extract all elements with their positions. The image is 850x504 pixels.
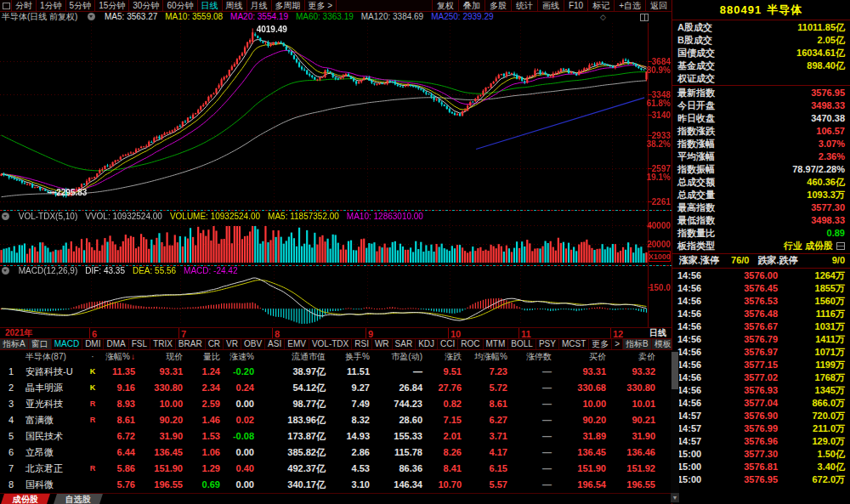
scrollbar-down-icon[interactable]: ▼: [671, 493, 679, 502]
column-header-10[interactable]: 市盈(动): [376, 350, 428, 364]
period-tab-1[interactable]: 分时: [12, 0, 37, 11]
indicator-tab-18[interactable]: KDJ: [416, 339, 438, 349]
macd-legend-seg-3: DEA: 55.56: [133, 266, 176, 275]
collapse-icon[interactable]: [2, 212, 9, 220]
indicator-tab-1[interactable]: 指标A: [0, 339, 29, 349]
indicator-tab-24[interactable]: MCST: [559, 339, 589, 349]
market-row-4: 基金成交898.40亿: [672, 59, 850, 72]
table-row-1[interactable]: 1安路科技-UK11.3593.311.24-0.2038.97亿11.51—9…: [0, 364, 670, 380]
tab-constituents[interactable]: 成份股: [1, 494, 50, 504]
indicator-tab-21[interactable]: MTM: [484, 339, 509, 349]
indicator-tab-6[interactable]: FSL: [129, 339, 150, 349]
indicator-tab-13[interactable]: EMV: [285, 339, 309, 349]
indicator-tab-19[interactable]: CCI: [438, 339, 458, 349]
period-tab-4[interactable]: 15分钟: [95, 0, 129, 11]
index-summary: 最新指数3576.95今日开盘3498.33昨日收盘3470.38指数涨跌106…: [672, 87, 850, 252]
split-screen-icon[interactable]: [640, 14, 649, 21]
indicator-tab-17[interactable]: SAR: [393, 339, 416, 349]
indicator-tab-7[interactable]: TRIX: [150, 339, 176, 349]
tick-row-15: 15:003577.301.50亿: [672, 448, 850, 461]
toolbar-action-1[interactable]: 复权: [432, 0, 458, 11]
indicator-tab-15[interactable]: RSI: [352, 339, 372, 349]
period-tab-5[interactable]: 30分钟: [129, 0, 163, 11]
table-row-4[interactable]: 4富满微R8.6190.201.460.02183.96亿8.3228.607.…: [0, 412, 670, 428]
toolbar-action-9[interactable]: 返回: [645, 0, 672, 11]
column-header-12[interactable]: 均涨幅%: [468, 350, 513, 364]
indicator-tab-25[interactable]: 更多: [589, 339, 612, 349]
table-row-8[interactable]: 8国科微5.76196.550.690.00340.17亿3.10146.341…: [0, 477, 670, 493]
column-header-6[interactable]: 量比: [189, 350, 226, 364]
x-axis: 日线 2021年6789101112: [0, 327, 672, 338]
tick-row-6: 14:563576.791411万: [672, 333, 850, 346]
column-header-13[interactable]: 涨停数: [513, 350, 558, 364]
chart-canvas[interactable]: [0, 23, 672, 327]
indicator-tab-28[interactable]: 模板: [652, 339, 672, 349]
period-tab-9[interactable]: 月线: [247, 0, 272, 11]
table-row-3[interactable]: 3亚光科技R8.9310.002.590.0098.77亿7.49744.230…: [0, 396, 670, 412]
indicator-tab-27[interactable]: 指标B: [623, 339, 652, 349]
period-tab-3[interactable]: 5分钟: [66, 0, 96, 11]
indicator-tab-20[interactable]: ROC: [458, 339, 483, 349]
diamond-icon[interactable]: ◇: [600, 13, 606, 21]
toolbar-action-4[interactable]: 统计: [511, 0, 537, 11]
ma-value-3: MA20: 3554.19: [230, 12, 288, 21]
table-row-2[interactable]: 2晶丰明源K9.16330.802.340.2454.12亿9.2726.842…: [0, 380, 670, 396]
indicator-tab-4[interactable]: DMI: [82, 339, 104, 349]
table-row-6[interactable]: 6立昂微6.44136.451.060.00385.82亿2.86115.788…: [0, 445, 670, 461]
column-header-15[interactable]: 卖价: [612, 350, 661, 364]
indicator-tab-9[interactable]: CR: [206, 339, 224, 349]
column-header-4[interactable]: 涨幅%↓: [99, 350, 141, 364]
column-header-2[interactable]: 半导体(87): [22, 350, 87, 364]
period-tab-8[interactable]: 周线: [223, 0, 247, 11]
period-tab-7[interactable]: 日线: [198, 0, 223, 11]
column-header-1[interactable]: [0, 350, 22, 364]
indicator-tab-23[interactable]: PSY: [536, 339, 559, 349]
column-header-3[interactable]: ·: [87, 350, 99, 364]
table-row-7[interactable]: 7北京君正R5.86151.901.290.40492.37亿4.5386.36…: [0, 461, 670, 477]
column-header-8[interactable]: 流通市值: [260, 350, 332, 364]
column-header-7[interactable]: 涨速%: [226, 350, 260, 364]
column-header-14[interactable]: 买价: [558, 350, 612, 364]
toolbar-action-6[interactable]: F10: [564, 0, 587, 11]
indicator-tab-bar: 指标A窗口MACDDMIDMAFSLTRIXBRARCRVROBVASIEMVV…: [0, 338, 672, 350]
toolbar-action-3[interactable]: 多股: [484, 0, 511, 11]
indicator-tab-3[interactable]: MACD: [52, 339, 82, 349]
indicator-tab-5[interactable]: DMA: [104, 339, 128, 349]
table-body: 1安路科技-UK11.3593.311.24-0.2038.97亿11.51—9…: [0, 364, 670, 493]
indicator-tab-11[interactable]: OBV: [241, 339, 265, 349]
column-header-11[interactable]: 涨跌: [428, 350, 468, 364]
indicator-tab-22[interactable]: BOLL: [508, 339, 536, 349]
board-type-icon[interactable]: [836, 242, 845, 250]
period-tab-6[interactable]: 60分钟: [163, 0, 197, 11]
indicator-tab-26[interactable]: >: [612, 339, 623, 349]
period-tab-11[interactable]: 更多 >: [305, 0, 337, 11]
vol-legend-seg-4: MA5: 11857352.00: [268, 212, 339, 221]
column-header-9[interactable]: 换手%: [332, 350, 376, 364]
period-tab-2[interactable]: 1分钟: [37, 0, 66, 11]
toolbar-action-5[interactable]: 画线: [537, 0, 564, 11]
chart-title: 半导体(日线 前复权): [2, 12, 77, 21]
table-scrollbar[interactable]: ▼: [671, 350, 679, 503]
vol-legend-seg-3: VOLUME: 10932524.00: [170, 212, 260, 221]
tab-watchlist[interactable]: 自选股: [54, 494, 103, 504]
indicator-tab-2[interactable]: 窗口: [29, 339, 52, 349]
scrollbar-thumb[interactable]: [672, 352, 678, 389]
indicator-tab-8[interactable]: BRAR: [176, 339, 206, 349]
indicator-tab-12[interactable]: ASI: [265, 339, 285, 349]
collapse-icon[interactable]: [2, 267, 9, 275]
toolbar-action-2[interactable]: 叠加: [458, 0, 484, 11]
toolbar-action-8[interactable]: +自选: [614, 0, 645, 11]
toolbar: 分时1分钟5分钟15分钟30分钟60分钟日线周线月线多周期更多 > 复权叠加多股…: [0, 0, 672, 12]
indicator-tab-16[interactable]: WR: [372, 339, 393, 349]
column-header-5[interactable]: 现价: [141, 350, 189, 364]
table-row-5[interactable]: 5国民技术6.7231.901.53-0.08173.87亿14.93155.3…: [0, 428, 670, 445]
window-layout-icon[interactable]: [0, 0, 12, 11]
period-tab-10[interactable]: 多周期: [272, 0, 305, 11]
toolbar-action-7[interactable]: 标记: [587, 0, 614, 11]
tick-row-5: 14:563576.671031万: [672, 320, 850, 333]
indicator-tab-10[interactable]: VR: [224, 339, 241, 349]
collapse-icon[interactable]: [88, 13, 95, 20]
indicator-tab-14[interactable]: VOL-TDX: [309, 339, 352, 349]
ma-legend: MA5: 3563.27MA10: 3559.08MA20: 3554.19MA…: [105, 12, 502, 21]
vol-legend-seg-2: VVOL: 10932524.00: [85, 212, 162, 221]
